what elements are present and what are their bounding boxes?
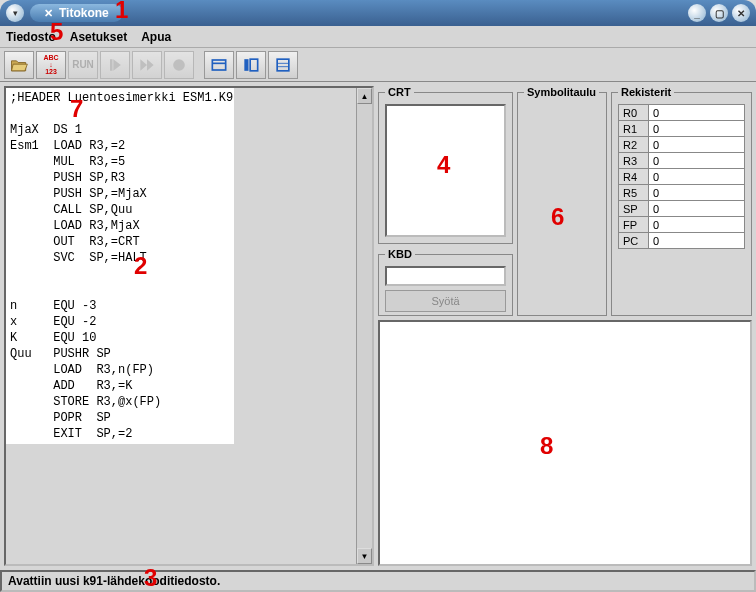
title-tab: ✕ Titokone [30, 4, 123, 22]
crt-legend: CRT [385, 86, 414, 98]
statusbar: Avattiin uusi k91-lähdekooditiedosto. 3 [0, 570, 756, 592]
annotation-4: 4 [437, 151, 450, 179]
minimize-button[interactable]: _ [688, 4, 706, 22]
maximize-button[interactable]: ▢ [710, 4, 728, 22]
svg-rect-5 [277, 59, 289, 71]
folder-open-icon [9, 55, 29, 75]
step-button[interactable] [100, 51, 130, 79]
compile-icon: ABC↓123 [43, 54, 58, 75]
status-text: Avattiin uusi k91-lähdekooditiedosto. [8, 574, 220, 588]
run-icon: RUN [72, 59, 94, 70]
registers-legend: Rekisterit [618, 86, 674, 98]
titlebar: ▾ ✕ Titokone _ ▢ ✕ [0, 0, 756, 26]
svg-rect-4 [250, 59, 257, 71]
menu-help[interactable]: Apua [141, 30, 171, 44]
compile-button[interactable]: ABC↓123 [36, 51, 66, 79]
open-button[interactable] [4, 51, 34, 79]
toolbar: ABC↓123 RUN 1 [0, 48, 756, 82]
source-code[interactable]: ;HEADER Luentoesimerkki ESM1.K91 MjaX DS… [6, 88, 234, 444]
symbol-legend: Symbolitaulu [524, 86, 599, 98]
view-button-2[interactable] [236, 51, 266, 79]
table-row: FP0 [619, 217, 745, 233]
annotation-6: 6 [551, 203, 564, 231]
sidebar-icon [241, 55, 261, 75]
titlebar-left: ▾ ✕ Titokone [6, 4, 123, 22]
register-table: R00 R10 R20 R30 R40 R50 SP0 FP0 PC0 [618, 104, 745, 249]
crt-display: 4 [385, 104, 506, 237]
menu-settings[interactable]: Asetukset [70, 30, 127, 44]
crt-kbd-column: CRT 4 KBD Syötä 5 [378, 86, 513, 316]
view-button-3[interactable] [268, 51, 298, 79]
right-panel: CRT 4 KBD Syötä 5 Symbolitaulu 6 Rekiste… [378, 86, 752, 566]
window-icon [209, 55, 229, 75]
output-panel: 8 [378, 320, 752, 566]
window-menu-button[interactable]: ▾ [6, 4, 24, 22]
kbd-submit-button[interactable]: Syötä [385, 290, 506, 312]
table-row: R00 [619, 105, 745, 121]
step-icon [105, 55, 125, 75]
table-row: SP0 [619, 201, 745, 217]
crt-panel: CRT 4 [378, 86, 513, 244]
window-title: Titokone [59, 6, 109, 20]
kbd-legend: KBD [385, 248, 415, 260]
scroll-down-button[interactable]: ▼ [357, 548, 372, 564]
registers-panel: Rekisterit R00 R10 R20 R30 R40 R50 SP0 F… [611, 86, 752, 316]
table-row: PC0 [619, 233, 745, 249]
menu-file[interactable]: Tiedosto [6, 30, 56, 44]
list-icon [273, 55, 293, 75]
annotation-8: 8 [540, 432, 553, 460]
svg-point-0 [173, 59, 185, 71]
main-area: ;HEADER Luentoesimerkki ESM1.K91 MjaX DS… [0, 82, 756, 570]
fast-forward-icon [137, 55, 157, 75]
svg-rect-3 [244, 59, 248, 71]
scroll-up-button[interactable]: ▲ [357, 88, 372, 104]
close-button[interactable]: ✕ [732, 4, 750, 22]
window-controls: _ ▢ ✕ [688, 4, 750, 22]
stop-button[interactable] [164, 51, 194, 79]
kbd-panel: KBD Syötä 5 [378, 248, 513, 316]
code-panel: ;HEADER Luentoesimerkki ESM1.K91 MjaX DS… [4, 86, 374, 566]
menubar: Tiedosto Asetukset Apua [0, 26, 756, 48]
stop-icon [169, 55, 189, 75]
kbd-input[interactable] [385, 266, 506, 286]
table-row: R10 [619, 121, 745, 137]
table-row: R50 [619, 185, 745, 201]
table-row: R40 [619, 169, 745, 185]
symbol-table-panel: Symbolitaulu 6 [517, 86, 607, 316]
table-row: R20 [619, 137, 745, 153]
fast-forward-button[interactable] [132, 51, 162, 79]
scrollbar[interactable]: ▲ ▼ [356, 88, 372, 564]
view-button-1[interactable] [204, 51, 234, 79]
app-icon: ✕ [44, 7, 53, 20]
svg-rect-1 [212, 60, 225, 70]
right-top-panels: CRT 4 KBD Syötä 5 Symbolitaulu 6 Rekiste… [378, 86, 752, 316]
table-row: R30 [619, 153, 745, 169]
run-button[interactable]: RUN [68, 51, 98, 79]
